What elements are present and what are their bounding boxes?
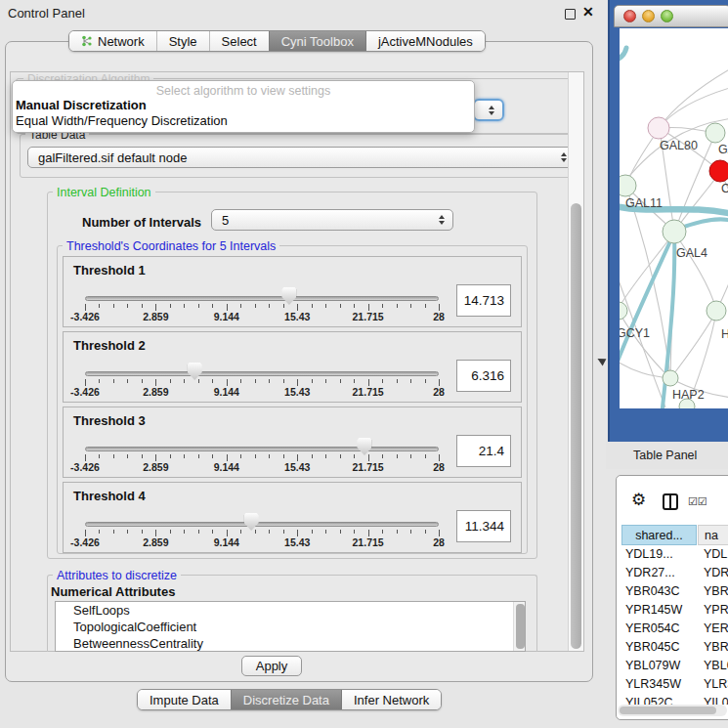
- number-of-intervals-combobox[interactable]: 5: [211, 209, 453, 231]
- table-row[interactable]: YLR345WYLR3: [621, 675, 728, 694]
- table-data-combobox[interactable]: galFiltered.sif default node: [27, 147, 576, 168]
- threshold-value-field[interactable]: 6.316: [456, 360, 511, 392]
- select-columns-checkboxes-icon[interactable]: ☑☑: [688, 495, 707, 508]
- tab-infer-network[interactable]: Infer Network: [341, 690, 441, 709]
- tab-network[interactable]: Network: [69, 31, 156, 51]
- tab-select[interactable]: Select: [209, 31, 269, 51]
- slider-track[interactable]: [85, 522, 439, 527]
- cell-shared-name: YPR145W: [625, 601, 696, 620]
- tab-label: Cyni Toolbox: [281, 34, 354, 49]
- tab-label: Select: [222, 34, 257, 49]
- gear-icon[interactable]: ⚙: [631, 490, 646, 510]
- cell-shared-name: YBR045C: [625, 638, 696, 657]
- network-node-h[interactable]: [707, 301, 726, 321]
- network-node-gcy1[interactable]: [620, 302, 627, 320]
- slider-tick-labels: -3.4262.8599.14415.4321.71528: [85, 461, 439, 474]
- tab-jactivemnodules[interactable]: jActiveMNodules: [365, 31, 485, 51]
- network-node-ga[interactable]: [706, 123, 725, 143]
- mouse-cursor: [596, 356, 607, 366]
- dropdown-option-equal-width-frequency-discretization[interactable]: Equal Width/Frequency Discretization: [13, 113, 474, 129]
- panel-vertical-scrollbar[interactable]: [568, 72, 583, 651]
- slider-thumb[interactable]: [188, 363, 202, 380]
- attribute-item-betweennesscentrality[interactable]: BetweennessCentrality: [56, 635, 525, 652]
- slider-track[interactable]: [85, 447, 439, 451]
- tick-label: 21.715: [353, 311, 384, 322]
- tick-label: 28: [433, 461, 445, 473]
- tick-label: -3.426: [70, 536, 100, 548]
- control-panel-tab-bar: NetworkStyleSelectCyni ToolboxjActiveMNo…: [68, 30, 486, 52]
- tab-label: Style: [169, 34, 197, 49]
- tick-label: 9.144: [214, 536, 239, 548]
- slider-thumb[interactable]: [281, 287, 296, 305]
- tab-style[interactable]: Style: [156, 31, 209, 51]
- threshold-label: Threshold 1: [73, 263, 146, 278]
- tick-label: 15.43: [284, 461, 310, 473]
- tab-label: Impute Data: [150, 693, 219, 707]
- slider-thumb[interactable]: [244, 513, 259, 531]
- column-header-shared-name[interactable]: shared...: [621, 525, 697, 545]
- network-node-c[interactable]: [709, 160, 728, 182]
- threshold-panel-1: Threshold 1-3.4262.8599.14415.4321.71528…: [63, 256, 522, 327]
- apply-button[interactable]: Apply: [241, 656, 302, 676]
- cell-name: YBR0: [704, 638, 728, 657]
- zoom-traffic-light[interactable]: [661, 10, 673, 22]
- cell-name: YIL0: [704, 694, 728, 705]
- tick-label: 15.43: [284, 386, 310, 398]
- float-window-icon[interactable]: [565, 9, 576, 20]
- threshold-value-field[interactable]: 14.713: [456, 284, 511, 317]
- node-label-gcy1: GCY1: [620, 326, 650, 340]
- table-data-value: galFiltered.sif default node: [28, 150, 557, 165]
- dropdown-prompt: Select algorithm to view settings: [13, 81, 474, 98]
- number-of-intervals-value: 5: [212, 213, 435, 228]
- tick-label: 2.859: [143, 311, 168, 322]
- table-row[interactable]: YBL079WYBL0: [621, 657, 728, 675]
- interval-definition-title: Interval Definition: [53, 186, 155, 199]
- node-attribute-table: shared... na YDL19...YDL1YDR27...YDR2YBR…: [621, 525, 728, 705]
- table-row[interactable]: YDL19...YDL1: [621, 545, 728, 564]
- network-node-gal4[interactable]: [663, 220, 686, 243]
- dropdown-option-manual-discretization[interactable]: Manual Discretization: [13, 98, 474, 113]
- numerical-attributes-label: Numerical Attributes: [51, 584, 175, 599]
- tick-label: 9.144: [214, 386, 239, 398]
- table-row[interactable]: YDR27...YDR2: [621, 564, 728, 582]
- slider-track[interactable]: [85, 371, 439, 376]
- slider-thumb[interactable]: [357, 438, 371, 455]
- close-traffic-light[interactable]: [623, 10, 636, 22]
- minimize-traffic-light[interactable]: [642, 10, 655, 22]
- attributes-list-scrollbar[interactable]: [513, 602, 525, 651]
- table-row[interactable]: YER054CYER0: [621, 620, 728, 638]
- tick-label: 28: [433, 536, 445, 548]
- cell-shared-name: YDL19...: [625, 545, 696, 564]
- cell-name: YDL1: [704, 545, 728, 564]
- table-row[interactable]: YBR043CYBR0: [621, 582, 728, 601]
- columns-layout-icon[interactable]: [663, 493, 678, 510]
- slider-tick-labels: -3.4262.8599.14415.4321.71528: [85, 311, 439, 323]
- attribute-item-topologicalcoefficient[interactable]: TopologicalCoefficient: [56, 619, 525, 635]
- network-node-gal80[interactable]: [648, 117, 669, 139]
- attribute-item-selfloops[interactable]: SelfLoops: [56, 602, 525, 619]
- column-header-name[interactable]: na: [698, 525, 728, 545]
- numerical-attributes-list[interactable]: SelfLoopsTopologicalCoefficientBetweenne…: [55, 601, 526, 652]
- close-icon[interactable]: ✕: [582, 4, 594, 20]
- network-view-canvas[interactable]: GAL80GACGAL11GAL4GCY1HHAP2: [620, 28, 728, 408]
- node-label-hap2: HAP2: [672, 388, 705, 402]
- table-row[interactable]: YPR145WYPR1: [621, 601, 728, 620]
- table-horizontal-scrollbar[interactable]: [618, 705, 727, 716]
- tab-impute-data[interactable]: Impute Data: [138, 690, 231, 709]
- cell-name: YDR2: [704, 564, 728, 582]
- algorithm-combobox[interactable]: [473, 99, 504, 121]
- tick-label: -3.426: [70, 461, 100, 473]
- tick-label: 21.715: [353, 461, 384, 473]
- tab-cyni-toolbox[interactable]: Cyni Toolbox: [269, 31, 365, 51]
- table-row[interactable]: YIL052CYIL0: [621, 694, 728, 705]
- slider-track[interactable]: [85, 296, 439, 301]
- tab-discretize-data[interactable]: Discretize Data: [231, 690, 341, 709]
- slider-ticks: [85, 379, 439, 386]
- threshold-value-field[interactable]: 11.344: [456, 510, 511, 542]
- threshold-value-field[interactable]: 21.4: [456, 435, 511, 467]
- table-row[interactable]: YBR045CYBR0: [621, 638, 728, 657]
- network-node-gal11[interactable]: [620, 175, 636, 196]
- tick-label: 15.43: [284, 311, 310, 322]
- tick-label: 2.859: [143, 461, 168, 473]
- network-node-hap2[interactable]: [663, 370, 678, 386]
